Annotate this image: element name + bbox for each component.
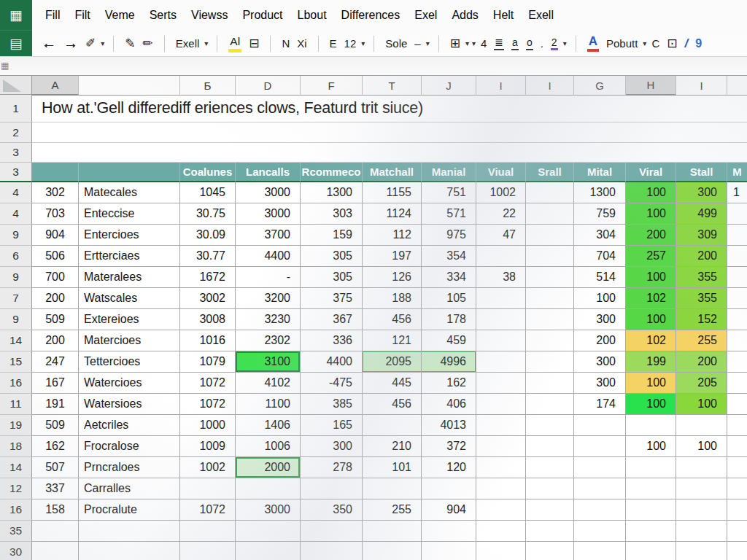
cell[interactable]: 3000 <box>236 499 301 521</box>
cell[interactable]: 191 <box>32 394 79 415</box>
cell[interactable] <box>526 394 574 415</box>
underline-a-icon[interactable]: a <box>511 36 519 50</box>
column-header-F[interactable]: F <box>301 76 363 96</box>
cell[interactable]: Carralles <box>79 478 180 499</box>
menu-item-exell[interactable]: Exell <box>521 0 561 31</box>
menu-item-filt[interactable]: Filt <box>67 0 97 31</box>
row-header-19[interactable]: 19 <box>0 415 32 436</box>
cell[interactable]: Watersioes <box>79 394 180 415</box>
table-header-Matchall[interactable]: Matchall <box>363 163 422 182</box>
cell[interactable]: 100 <box>626 267 676 288</box>
cell[interactable]: 1072 <box>180 499 236 521</box>
cell[interactable]: 904 <box>32 225 79 246</box>
cell[interactable]: 302 <box>32 182 79 203</box>
cell[interactable] <box>626 499 676 521</box>
row-header-14[interactable]: 14 <box>0 457 32 478</box>
cell[interactable]: Frocralose <box>79 436 180 457</box>
row-header-4[interactable]: 4 <box>0 203 32 225</box>
cell[interactable] <box>727 521 747 542</box>
cell[interactable] <box>727 478 747 499</box>
cell[interactable] <box>236 521 301 542</box>
cell[interactable]: 3008 <box>180 309 236 330</box>
cell[interactable]: Enteccise <box>79 203 180 225</box>
cell[interactable] <box>526 267 574 288</box>
cell[interactable] <box>626 415 676 436</box>
cell[interactable] <box>676 521 727 542</box>
cell[interactable] <box>180 542 236 560</box>
cell[interactable]: 1300 <box>301 182 363 203</box>
cell[interactable]: 2302 <box>236 330 301 351</box>
table-header-Rcommeco[interactable]: Rcommeco <box>301 163 363 182</box>
menu-item-helt[interactable]: Helt <box>486 0 521 31</box>
cell[interactable]: 100 <box>676 436 727 457</box>
cell[interactable]: 355 <box>676 288 727 309</box>
cell[interactable] <box>574 415 626 436</box>
cell[interactable]: 197 <box>363 246 422 267</box>
font-color-icon[interactable]: A <box>587 35 599 52</box>
cell[interactable] <box>476 246 526 267</box>
cell[interactable]: 205 <box>676 373 727 394</box>
cell[interactable]: 38 <box>476 267 526 288</box>
cell[interactable]: 126 <box>363 267 422 288</box>
font-size-caret[interactable]: ▾ <box>361 39 365 47</box>
cell[interactable]: 975 <box>422 225 476 246</box>
cell[interactable]: 210 <box>363 436 422 457</box>
cell[interactable]: Tettercioes <box>79 351 180 373</box>
row-header-3[interactable]: 3 <box>0 143 32 163</box>
cell[interactable]: 375 <box>301 288 363 309</box>
highlight-al-button[interactable]: Al <box>228 34 241 52</box>
cell[interactable] <box>526 373 574 394</box>
table-header-col2[interactable] <box>79 163 180 182</box>
column-header-D[interactable]: D <box>236 76 301 96</box>
cell[interactable]: Extereioes <box>79 309 180 330</box>
table-header-Coalunes[interactable]: Coalunes <box>180 163 236 182</box>
cell[interactable]: 759 <box>574 203 626 225</box>
cell[interactable]: 200 <box>676 246 727 267</box>
cell[interactable]: 22 <box>476 203 526 225</box>
cell[interactable] <box>526 478 574 499</box>
cell[interactable] <box>526 182 574 203</box>
cell[interactable] <box>727 309 747 330</box>
cell[interactable]: 100 <box>626 203 676 225</box>
pencil-icon[interactable]: ✏ <box>143 36 153 51</box>
cell[interactable] <box>526 288 574 309</box>
cell[interactable]: Matercioes <box>79 330 180 351</box>
cell[interactable] <box>574 457 626 478</box>
cell[interactable]: 162 <box>32 436 79 457</box>
table-header-Srall[interactable]: Srall <box>526 163 574 182</box>
cell[interactable]: 200 <box>676 351 727 373</box>
cell[interactable]: 1072 <box>180 373 236 394</box>
cell[interactable]: 499 <box>676 203 727 225</box>
cell[interactable]: 300 <box>301 436 363 457</box>
cell[interactable]: 354 <box>422 246 476 267</box>
table-header-col1[interactable] <box>32 163 79 182</box>
cell[interactable] <box>676 499 727 521</box>
cell[interactable] <box>301 542 363 560</box>
cell[interactable]: 200 <box>574 330 626 351</box>
four-label[interactable]: 4 <box>481 37 487 50</box>
cell[interactable]: 188 <box>363 288 422 309</box>
table-header-Viual[interactable]: Viual <box>476 163 526 182</box>
menu-item-adds[interactable]: Adds <box>444 0 485 31</box>
back-arrow-icon[interactable]: ← <box>42 35 56 52</box>
cell[interactable]: 100 <box>626 394 676 415</box>
cell[interactable]: 904 <box>422 499 476 521</box>
column-header-col13[interactable] <box>727 76 747 96</box>
cell[interactable]: Procralute <box>79 499 180 521</box>
cell[interactable]: 30.77 <box>180 246 236 267</box>
cell[interactable]: 121 <box>363 330 422 351</box>
cell[interactable]: 336 <box>301 330 363 351</box>
underline-o-icon[interactable]: o <box>526 36 533 50</box>
cell[interactable]: Matecales <box>79 182 180 203</box>
cell[interactable]: 4400 <box>236 246 301 267</box>
cell[interactable]: 102 <box>626 288 676 309</box>
cell[interactable]: 255 <box>363 499 422 521</box>
cell[interactable]: 152 <box>676 309 727 330</box>
row-header-7[interactable]: 7 <box>0 288 32 309</box>
cell[interactable]: 178 <box>422 309 476 330</box>
cell[interactable]: 200 <box>32 330 79 351</box>
borders-icon[interactable]: ⊞ <box>450 36 460 51</box>
menu-item-differences[interactable]: Differences <box>334 0 408 31</box>
cell[interactable]: 100 <box>626 373 676 394</box>
cell[interactable]: 1006 <box>236 436 301 457</box>
